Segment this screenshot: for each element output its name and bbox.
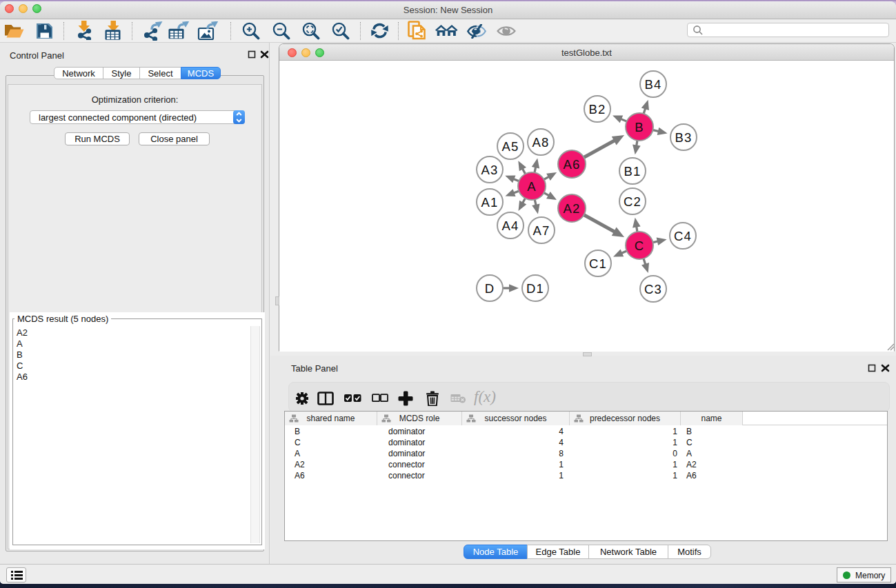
svg-text:B4: B4 bbox=[644, 77, 661, 92]
svg-text:B1: B1 bbox=[624, 164, 641, 179]
svg-text:A4: A4 bbox=[501, 219, 519, 233]
svg-text:A7: A7 bbox=[532, 223, 550, 238]
svg-text:D: D bbox=[485, 281, 495, 296]
svg-text:C: C bbox=[635, 239, 645, 253]
svg-text:B3: B3 bbox=[675, 130, 692, 145]
svg-text:A8: A8 bbox=[532, 135, 549, 150]
svg-text:D1: D1 bbox=[526, 281, 544, 296]
svg-text:B: B bbox=[635, 120, 644, 134]
svg-text:A: A bbox=[527, 179, 537, 194]
svg-text:C4: C4 bbox=[674, 229, 692, 243]
svg-text:A2: A2 bbox=[563, 201, 580, 216]
svg-text:C2: C2 bbox=[624, 194, 641, 209]
svg-text:A3: A3 bbox=[481, 163, 498, 177]
svg-text:A6: A6 bbox=[563, 157, 580, 172]
svg-text:C3: C3 bbox=[644, 282, 662, 296]
svg-text:A5: A5 bbox=[501, 139, 519, 154]
svg-text:C1: C1 bbox=[589, 256, 607, 271]
svg-text:A1: A1 bbox=[481, 195, 498, 210]
svg-text:B2: B2 bbox=[588, 102, 606, 116]
